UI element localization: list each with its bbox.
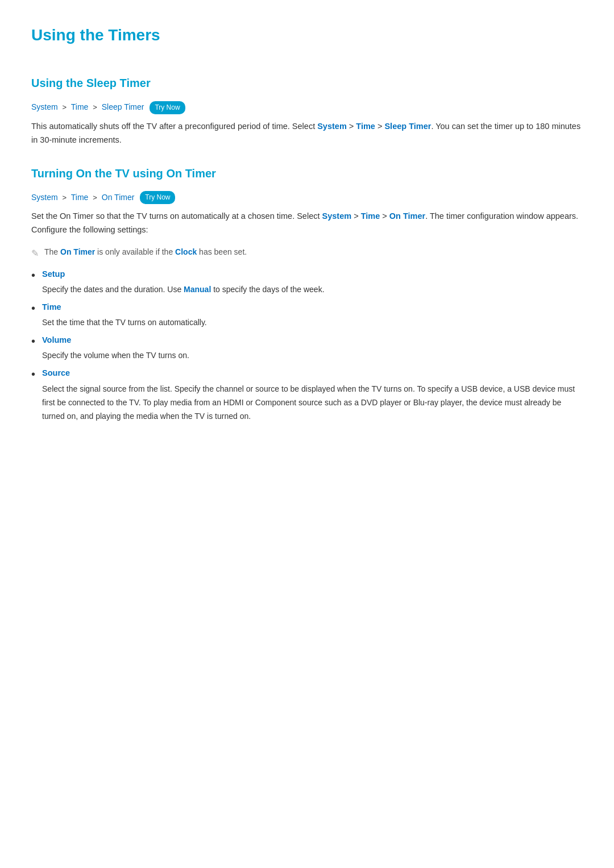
bullet-time: • Time Set the time that the TV turns on… bbox=[31, 301, 583, 329]
breadcrumb-sep-4: > bbox=[93, 193, 97, 202]
sleep-body-link-time[interactable]: Time bbox=[356, 122, 375, 131]
bullet-label-setup[interactable]: Setup bbox=[42, 268, 583, 281]
sleep-timer-heading: Using the Sleep Timer bbox=[31, 74, 583, 92]
bullet-label-source[interactable]: Source bbox=[42, 367, 583, 380]
breadcrumb-sep-3: > bbox=[63, 193, 67, 202]
sleep-timer-body: This automatically shuts off the TV afte… bbox=[31, 120, 583, 147]
on-timer-body: Set the On Timer so that the TV turns on… bbox=[31, 210, 583, 237]
sleep-timer-section: Using the Sleep Timer System > Time > Sl… bbox=[31, 74, 583, 147]
breadcrumb-system-on[interactable]: System bbox=[31, 193, 58, 202]
bullet-content-volume: Volume Specify the volume when the TV tu… bbox=[42, 334, 583, 362]
try-now-badge-on[interactable]: Try Now bbox=[140, 191, 175, 204]
breadcrumb-sep-1: > bbox=[63, 103, 67, 111]
on-timer-heading: Turning On the TV using On Timer bbox=[31, 164, 583, 182]
sleep-body-link-system[interactable]: System bbox=[317, 122, 347, 131]
breadcrumb-time-on[interactable]: Time bbox=[71, 193, 89, 202]
pencil-icon: ✎ bbox=[31, 246, 39, 261]
bullet-label-volume[interactable]: Volume bbox=[42, 334, 583, 347]
sleep-body-link-sleep-timer[interactable]: Sleep Timer bbox=[384, 122, 431, 131]
bullet-volume: • Volume Specify the volume when the TV … bbox=[31, 334, 583, 362]
on-body-sep2: > bbox=[382, 211, 389, 221]
bullet-label-time[interactable]: Time bbox=[42, 301, 583, 314]
note-link-on-timer[interactable]: On Timer bbox=[60, 247, 95, 256]
page-title: Using the Timers bbox=[31, 23, 583, 54]
bullet-setup: • Setup Specify the dates and the durati… bbox=[31, 268, 583, 296]
bullet-desc-source: Select the signal source from the list. … bbox=[42, 384, 575, 421]
try-now-badge-sleep[interactable]: Try Now bbox=[150, 101, 185, 114]
on-body-sep1: > bbox=[354, 211, 361, 221]
bullet-content-setup: Setup Specify the dates and the duration… bbox=[42, 268, 583, 296]
bullet-dot-time: • bbox=[31, 301, 35, 315]
breadcrumb-time-sleep[interactable]: Time bbox=[71, 102, 89, 111]
on-timer-note: ✎ The On Timer is only available if the … bbox=[31, 246, 583, 261]
breadcrumb-on-timer[interactable]: On Timer bbox=[102, 193, 135, 202]
bullet-dot-setup: • bbox=[31, 268, 35, 283]
bullet-content-time: Time Set the time that the TV turns on a… bbox=[42, 301, 583, 329]
manual-link[interactable]: Manual bbox=[184, 285, 211, 294]
sleep-body-sep2: > bbox=[377, 122, 385, 131]
note-text: The On Timer is only available if the Cl… bbox=[44, 246, 247, 258]
bullet-desc-time: Set the time that the TV turns on automa… bbox=[42, 318, 207, 327]
on-body-link-system[interactable]: System bbox=[322, 211, 352, 221]
bullet-desc-volume: Specify the volume when the TV turns on. bbox=[42, 351, 189, 360]
bullet-source: • Source Select the signal source from t… bbox=[31, 367, 583, 422]
sleep-timer-breadcrumb: System > Time > Sleep Timer Try Now bbox=[31, 101, 583, 114]
bullet-dot-volume: • bbox=[31, 334, 35, 348]
bullet-dot-source: • bbox=[31, 367, 35, 381]
sleep-body-sep1: > bbox=[349, 122, 356, 131]
breadcrumb-system-sleep[interactable]: System bbox=[31, 102, 58, 111]
on-body-link-on-timer[interactable]: On Timer bbox=[389, 211, 425, 221]
breadcrumb-sep-2: > bbox=[93, 103, 97, 111]
on-timer-breadcrumb: System > Time > On Timer Try Now bbox=[31, 191, 583, 205]
on-timer-section: Turning On the TV using On Timer System … bbox=[31, 164, 583, 423]
bullet-content-source: Source Select the signal source from the… bbox=[42, 367, 583, 422]
breadcrumb-sleep-timer[interactable]: Sleep Timer bbox=[102, 102, 144, 111]
note-link-clock[interactable]: Clock bbox=[175, 247, 197, 256]
on-timer-bullets: • Setup Specify the dates and the durati… bbox=[31, 268, 583, 423]
bullet-desc-setup: Specify the dates and the duration. Use … bbox=[42, 285, 325, 294]
on-body-link-time[interactable]: Time bbox=[361, 211, 380, 221]
